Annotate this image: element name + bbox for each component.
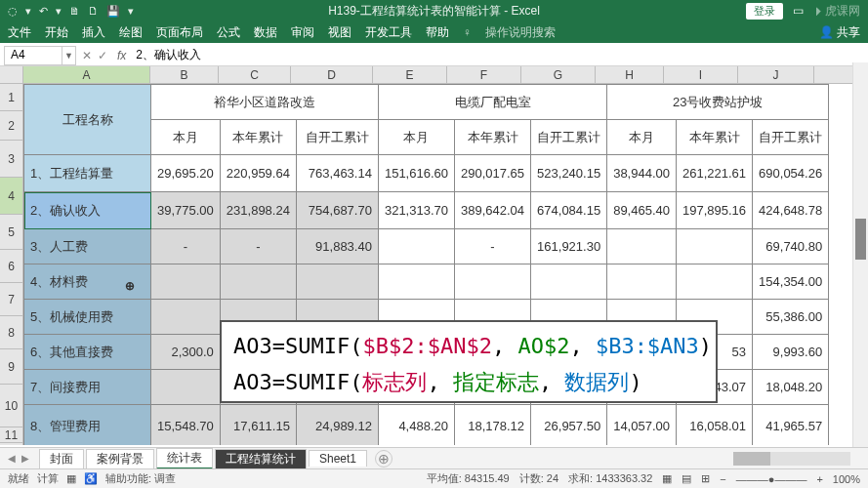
tab-layout[interactable]: 页面布局 bbox=[156, 24, 203, 41]
zoom-slider[interactable]: ―――●――― bbox=[736, 473, 807, 485]
cell-I3[interactable]: 261,221.61 bbox=[677, 155, 753, 192]
tab-draw[interactable]: 绘图 bbox=[119, 24, 143, 41]
autosave-toggle[interactable]: ◌ bbox=[8, 5, 18, 18]
cell-H4[interactable]: 89,465.40 bbox=[607, 192, 677, 229]
col-header-E[interactable]: E bbox=[373, 66, 447, 83]
cell-B9[interactable] bbox=[151, 370, 221, 405]
cell-D6[interactable] bbox=[296, 264, 378, 300]
col-header-B[interactable]: B bbox=[150, 66, 219, 83]
cell-eng-name[interactable]: 工程名称 bbox=[24, 85, 151, 155]
sheet-tab-sheet1[interactable]: Sheet1 bbox=[309, 450, 367, 467]
row-header-2[interactable]: 2 bbox=[0, 111, 22, 141]
cell-B5[interactable]: - bbox=[151, 229, 221, 264]
col-header-H[interactable]: H bbox=[596, 66, 664, 83]
row-header-7[interactable]: 7 bbox=[0, 283, 22, 316]
tab-nav-next-icon[interactable]: ▶ bbox=[21, 453, 29, 464]
cell-F10[interactable]: 18,178.12 bbox=[455, 405, 531, 446]
tab-nav-prev-icon[interactable]: ◀ bbox=[8, 453, 16, 464]
col-header-I[interactable]: I bbox=[664, 66, 738, 83]
cell-B6[interactable] bbox=[151, 264, 221, 300]
cell-J10[interactable]: 41,965.57 bbox=[753, 405, 829, 446]
cell-sub1[interactable]: 本月 bbox=[151, 120, 221, 155]
cell-J5[interactable]: 69,740.80 bbox=[753, 229, 829, 264]
cell-D4[interactable]: 754,687.70 bbox=[296, 192, 378, 229]
cell-header-group2[interactable]: 电缆厂配电室 bbox=[378, 85, 606, 120]
cell-B4[interactable]: 39,775.00 bbox=[151, 192, 221, 229]
cell-H6[interactable] bbox=[607, 264, 677, 300]
cell-sub7[interactable]: 本月 bbox=[607, 120, 677, 155]
cell-I10[interactable]: 16,058.01 bbox=[677, 405, 753, 446]
cell-sub6[interactable]: 自开工累计 bbox=[531, 120, 607, 155]
cell-J7[interactable]: 55,386.00 bbox=[753, 300, 829, 335]
view-layout-icon[interactable]: ▤ bbox=[682, 472, 691, 485]
sheet-tab-calculation[interactable]: 工程结算统计 bbox=[215, 449, 307, 468]
row-header-5[interactable]: 5 bbox=[0, 215, 22, 250]
cell-G5[interactable]: 161,921.30 bbox=[531, 229, 607, 264]
tab-view[interactable]: 视图 bbox=[328, 24, 351, 41]
cell-F5[interactable]: - bbox=[455, 229, 531, 264]
cell-H3[interactable]: 38,944.00 bbox=[607, 155, 677, 192]
row-header-1[interactable]: 1 bbox=[0, 84, 22, 111]
tell-me-icon[interactable]: ♀ bbox=[463, 25, 472, 39]
cell-I6[interactable] bbox=[677, 264, 753, 300]
cell-sub9[interactable]: 自开工累计 bbox=[753, 120, 829, 155]
cell-E4[interactable]: 321,313.70 bbox=[378, 192, 454, 229]
cell-G6[interactable] bbox=[531, 264, 607, 300]
cell-B7[interactable] bbox=[151, 300, 221, 335]
cell-A10[interactable]: 8、管理费用 bbox=[24, 405, 151, 446]
cell-A4-selected[interactable]: 2、确认收入 bbox=[24, 192, 151, 229]
status-rec-icon[interactable]: ▦ bbox=[66, 472, 76, 485]
formula-input[interactable]: 2、确认收入 bbox=[130, 46, 868, 64]
cell-C3[interactable]: 220,959.64 bbox=[220, 155, 296, 192]
cell-J3[interactable]: 690,054.26 bbox=[753, 155, 829, 192]
cell-J8[interactable]: 9,993.60 bbox=[753, 335, 829, 370]
cell-I4[interactable]: 197,895.16 bbox=[677, 192, 753, 229]
cell-B3[interactable]: 29,695.20 bbox=[151, 155, 221, 192]
col-header-C[interactable]: C bbox=[219, 66, 291, 83]
qat-print-icon[interactable]: 🗋 bbox=[88, 5, 99, 17]
tab-insert[interactable]: 插入 bbox=[82, 24, 105, 41]
sheet-tab-statistics-active[interactable]: 统计表 bbox=[156, 448, 213, 469]
cell-E5[interactable] bbox=[378, 229, 454, 264]
fx-icon[interactable]: fx bbox=[113, 49, 130, 62]
horizontal-scrollbar[interactable] bbox=[733, 452, 850, 466]
qat-doc-icon[interactable]: 🗎 bbox=[69, 5, 80, 17]
qat-save-icon[interactable]: 💾 bbox=[106, 5, 120, 18]
col-header-F[interactable]: F bbox=[447, 66, 521, 83]
cell-B8[interactable]: 2,300.0 bbox=[151, 335, 221, 370]
zoom-out-icon[interactable]: − bbox=[720, 473, 725, 485]
tab-data[interactable]: 数据 bbox=[254, 24, 277, 41]
save-icon[interactable]: ▾ bbox=[25, 5, 31, 18]
vertical-scrollbar[interactable] bbox=[852, 62, 868, 447]
vscroll-thumb[interactable] bbox=[855, 219, 866, 260]
tab-developer[interactable]: 开发工具 bbox=[365, 24, 412, 41]
cell-C5[interactable]: - bbox=[220, 229, 296, 264]
accessibility-icon[interactable]: ♿ bbox=[84, 472, 98, 485]
cell-H10[interactable]: 14,057.00 bbox=[607, 405, 677, 446]
cell-E10[interactable]: 4,488.20 bbox=[378, 405, 454, 446]
view-pagebreak-icon[interactable]: ⊞ bbox=[701, 472, 710, 485]
accessibility-label[interactable]: 辅助功能: 调查 bbox=[105, 471, 176, 486]
cell-A5[interactable]: 3、人工费 bbox=[24, 229, 151, 264]
tab-formulas[interactable]: 公式 bbox=[217, 24, 240, 41]
undo-icon[interactable]: ↶ bbox=[39, 5, 48, 18]
col-header-J[interactable]: J bbox=[738, 66, 814, 83]
row-header-10[interactable]: 10 bbox=[0, 385, 22, 427]
cell-C6[interactable] bbox=[220, 264, 296, 300]
zoom-in-icon[interactable]: + bbox=[816, 473, 822, 485]
cell-A3[interactable]: 1、工程结算量 bbox=[24, 155, 151, 192]
col-header-G[interactable]: G bbox=[521, 66, 596, 83]
cell-J4[interactable]: 424,648.78 bbox=[753, 192, 829, 229]
cell-I5[interactable] bbox=[677, 229, 753, 264]
cell-A8[interactable]: 6、其他直接费 bbox=[24, 335, 151, 370]
hscroll-thumb[interactable] bbox=[733, 452, 770, 466]
cell-E3[interactable]: 151,616.60 bbox=[378, 155, 454, 192]
fx-cancel-icon[interactable]: ✕ bbox=[82, 49, 92, 62]
window-minimize-icon[interactable]: ▭ bbox=[793, 4, 804, 18]
cell-B10[interactable]: 15,548.70 bbox=[151, 405, 221, 446]
tab-home[interactable]: 开始 bbox=[45, 24, 68, 41]
name-box-dropdown-icon[interactable]: ▼ bbox=[62, 46, 76, 65]
row-header-4[interactable]: 4 bbox=[0, 178, 22, 215]
row-header-9[interactable]: 9 bbox=[0, 349, 22, 385]
share-button[interactable]: 👤 共享 bbox=[819, 24, 860, 41]
